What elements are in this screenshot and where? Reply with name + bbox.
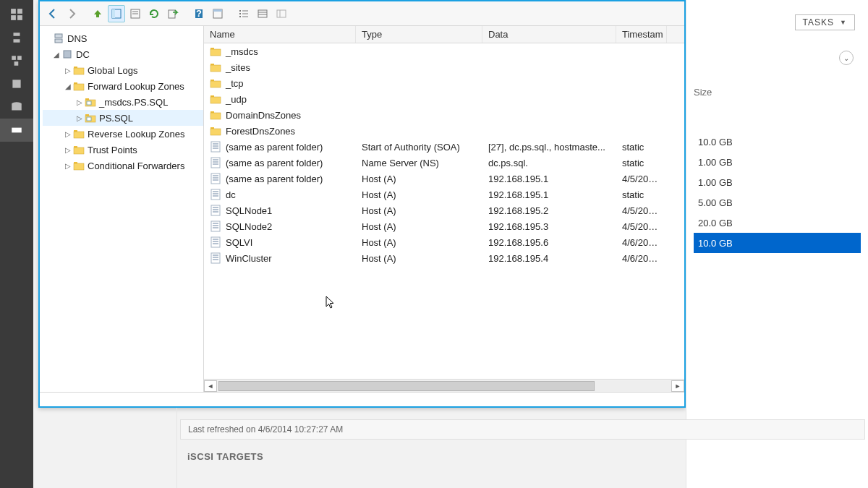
activity-item-storage[interactable] <box>0 95 33 119</box>
column-header-type[interactable]: Type <box>356 26 482 43</box>
expand-icon[interactable]: ▷ <box>63 130 73 138</box>
list-item[interactable]: _msdcs <box>204 43 684 59</box>
svg-rect-7 <box>17 56 22 60</box>
size-row[interactable]: 5.00 GB <box>694 192 861 213</box>
list-item[interactable]: WinClusterHost (A)192.168.195.44/6/2014 … <box>204 250 684 266</box>
svg-rect-38 <box>74 68 84 74</box>
svg-rect-5 <box>14 39 20 43</box>
size-row[interactable]: 1.00 GB <box>694 172 861 192</box>
tree-node-trust-points[interactable]: ▷ Trust Points <box>43 142 203 158</box>
export-button[interactable] <box>164 5 182 22</box>
refresh-button[interactable] <box>145 5 163 22</box>
svg-rect-4 <box>14 33 20 36</box>
tree-node-conditional-fwd[interactable]: ▷ Conditional Forwarders <box>43 158 203 174</box>
tree-node-reverse-zones[interactable]: ▷ Reverse Lookup Zones <box>43 126 203 142</box>
column-header-timestamp[interactable]: Timestam <box>616 26 667 43</box>
size-row[interactable]: 1.00 GB <box>694 152 861 172</box>
collapse-icon[interactable]: ◢ <box>51 51 61 59</box>
svg-rect-43 <box>87 101 91 105</box>
list-item[interactable]: ForestDnsZones <box>204 123 684 139</box>
cell-data: 192.168.195.1 <box>482 174 616 184</box>
activity-item-local[interactable] <box>0 26 33 49</box>
column-header-data[interactable]: Data <box>482 26 616 43</box>
expand-icon[interactable]: ▷ <box>63 146 73 154</box>
svg-rect-32 <box>277 10 286 17</box>
tree-label: _msdcs.PS.SQL <box>99 97 168 108</box>
column-header-size[interactable]: Size <box>694 87 712 98</box>
tree-node-forward-zones[interactable]: ◢ Forward Lookup Zones <box>43 78 203 94</box>
view-list-button[interactable] <box>235 5 252 22</box>
list-item[interactable]: SQLNode1Host (A)192.168.195.24/5/2014 1 <box>204 202 684 218</box>
tree-node-zone-pssql[interactable]: ▷ PS.SQL <box>43 110 203 126</box>
view-extra-button[interactable] <box>273 5 290 22</box>
scroll-thumb[interactable] <box>218 381 595 391</box>
folder-icon <box>210 46 221 57</box>
list-item[interactable]: _udp <box>204 91 684 107</box>
dns-manager-window: ? DNS ◢ DC ▷ Global Logs <box>38 0 686 408</box>
list-item[interactable]: DomainDnsZones <box>204 107 684 123</box>
cell-timestamp: static <box>616 189 667 200</box>
scroll-right-button[interactable]: ► <box>671 380 684 392</box>
show-tree-button[interactable] <box>108 5 125 22</box>
svg-rect-22 <box>213 9 222 12</box>
expand-icon[interactable]: ▷ <box>75 98 85 106</box>
activity-item-file[interactable] <box>0 72 33 95</box>
expand-icon[interactable]: ▷ <box>75 114 85 122</box>
list-item[interactable]: (same as parent folder)Start of Authorit… <box>204 139 684 155</box>
properties-button[interactable] <box>209 5 226 22</box>
cell-name: (same as parent folder) <box>204 141 356 153</box>
list-item[interactable]: dcHost (A)192.168.195.1static <box>204 187 684 202</box>
size-list[interactable]: 10.0 GB1.00 GB1.00 GB5.00 GB20.0 GB10.0 … <box>694 132 861 253</box>
svg-rect-35 <box>55 39 62 43</box>
list-item[interactable]: SQLVIHost (A)192.168.195.64/6/2014 1 <box>204 234 684 250</box>
list-item[interactable]: SQLNode2Host (A)192.168.195.34/5/2014 1 <box>204 218 684 234</box>
cell-name: _udp <box>204 93 356 105</box>
svg-rect-36 <box>64 51 71 58</box>
size-row[interactable]: 20.0 GB <box>694 213 861 233</box>
svg-rect-14 <box>112 9 115 18</box>
record-icon <box>210 141 221 153</box>
collapse-button[interactable]: ⌄ <box>839 51 854 65</box>
lower-left-panel <box>38 408 177 488</box>
tree-node-zone-msdcs[interactable]: ▷ _msdcs.PS.SQL <box>43 94 203 110</box>
scroll-track[interactable] <box>217 380 671 392</box>
zone-icon <box>85 96 96 108</box>
tasks-dropdown[interactable]: TASKS ▼ <box>795 14 855 30</box>
tree-node-global-logs[interactable]: ▷ Global Logs <box>43 62 203 78</box>
size-row[interactable]: 10.0 GB <box>694 233 861 253</box>
cell-name: (same as parent folder) <box>204 173 356 184</box>
activity-item-servers[interactable] <box>0 49 33 72</box>
back-button[interactable] <box>44 5 61 22</box>
svg-rect-65 <box>211 142 220 152</box>
activity-item-dashboard[interactable] <box>0 3 33 26</box>
cell-data: 192.168.195.4 <box>482 253 616 264</box>
tree-label: Conditional Forwarders <box>88 160 184 171</box>
tree-node-dc[interactable]: ◢ DC <box>43 46 203 62</box>
list-item[interactable]: (same as parent folder)Host (A)192.168.1… <box>204 171 684 187</box>
svg-rect-18 <box>169 10 175 18</box>
folder-icon <box>73 64 85 76</box>
column-header-name[interactable]: Name <box>204 26 356 43</box>
list-item[interactable]: _tcp <box>204 75 684 91</box>
list-item[interactable]: _sites <box>204 59 684 75</box>
lower-main-panel: Last refreshed on 4/6/2014 10:27:27 AM i… <box>177 408 868 488</box>
collapse-icon[interactable]: ◢ <box>63 82 73 90</box>
new-button[interactable] <box>127 5 144 22</box>
activity-item-selected[interactable] <box>0 119 33 142</box>
size-row[interactable]: 10.0 GB <box>694 132 861 152</box>
horizontal-scrollbar[interactable]: ◄ ► <box>204 379 684 392</box>
tree-label: DNS <box>67 33 87 44</box>
view-details-button[interactable] <box>254 5 271 22</box>
expand-icon[interactable]: ▷ <box>63 162 73 170</box>
up-button[interactable] <box>89 5 106 22</box>
scroll-left-button[interactable]: ◄ <box>204 380 217 392</box>
server-icon <box>61 48 73 60</box>
forward-button[interactable] <box>63 5 80 22</box>
tree-panel[interactable]: DNS ◢ DC ▷ Global Logs ◢ Forward Lookup … <box>40 26 204 392</box>
help-button[interactable]: ? <box>190 5 208 22</box>
activity-bar <box>0 0 33 488</box>
expand-icon[interactable]: ▷ <box>63 67 73 74</box>
list-body[interactable]: _msdcs_sites_tcp_udpDomainDnsZonesForest… <box>204 43 684 379</box>
tree-root-dns[interactable]: DNS <box>43 30 203 46</box>
list-item[interactable]: (same as parent folder)Name Server (NS)d… <box>204 155 684 171</box>
